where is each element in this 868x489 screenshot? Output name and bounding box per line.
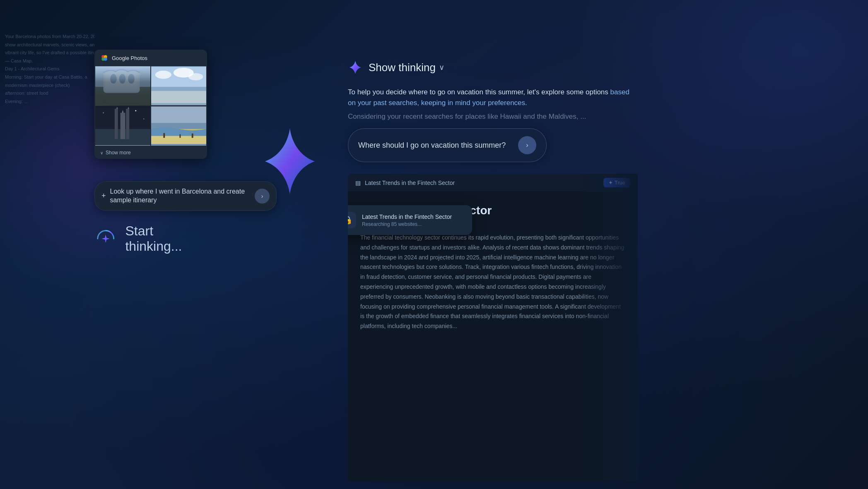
blurred-line-2: show architectural marvels, scenic views… (5, 41, 94, 49)
fintech-overlay-content: Latest Trends in the Fintech Sector Rese… (362, 213, 452, 227)
thinking-line-1: To help you decide where to go on vacati… (348, 87, 629, 108)
vacation-input-field[interactable]: Where should I go on vacation this summe… (348, 128, 547, 162)
photo-2[interactable] (151, 66, 206, 105)
start-thinking-section: Start thinking... (94, 223, 211, 254)
prompt-text-display: Look up where I went in Barcelona and cr… (110, 187, 251, 205)
svg-point-28 (143, 118, 144, 119)
svg-rect-32 (151, 136, 206, 144)
vacation-input-text: Where should I go on vacation this summe… (358, 141, 518, 150)
svg-rect-30 (151, 107, 206, 123)
blurred-line-3: vibrant city life, so I've drafted a pos… (5, 49, 94, 57)
lock-icon: 🔒 (348, 216, 352, 225)
thinking-content-section: To help you decide where to go on vacati… (348, 87, 629, 122)
gemini-logo-icon (94, 227, 117, 250)
fintech-overlay-icon: 🔒 (348, 212, 356, 228)
blurred-sidebar-text: Your Barcelona photos from March 20-22, … (0, 0, 99, 489)
svg-rect-20 (115, 109, 118, 139)
fintech-overlay-card: 🔒 Latest Trends in the Fintech Sector Re… (348, 205, 472, 235)
gemini-center-sparkle-icon (265, 128, 315, 194)
blurred-line-6: Morning: Start your day at Casa Battlo, … (5, 74, 94, 81)
fintech-main-content: ...the the Fintech Sector Executive Summ… (348, 192, 638, 481)
svg-rect-5 (95, 67, 150, 87)
chevron-down-icon: ∨ (100, 151, 103, 155)
fintech-body-text: The financial technology sector continue… (348, 233, 638, 331)
google-photos-header: Google Photos (94, 50, 207, 66)
svg-rect-4 (95, 67, 150, 105)
blurred-line-9: Evening: ... (5, 98, 94, 105)
svg-point-15 (155, 71, 171, 79)
svg-rect-7 (104, 71, 140, 93)
svg-point-27 (135, 110, 136, 111)
google-photos-logo-icon (100, 54, 108, 62)
start-thinking-label: Start thinking... (125, 223, 211, 254)
svg-rect-33 (163, 133, 165, 138)
document-icon: ▤ (355, 180, 361, 186)
gemini-star-icon (348, 60, 363, 75)
blurred-line-8: afternoon: street food (5, 90, 94, 97)
fintech-overlay-title: Latest Trends in the Fintech Sector (362, 213, 452, 220)
prompt-input-bar[interactable]: + Look up where I went in Barcelona and … (94, 181, 277, 211)
svg-rect-22 (126, 109, 129, 139)
photo-3[interactable] (95, 106, 150, 146)
show-more-button[interactable]: ∨ Show more (94, 146, 207, 159)
photo-1[interactable] (95, 66, 150, 105)
vacation-input-section: Where should I go on vacation this summe… (348, 128, 547, 162)
blurred-line-1: Your Barcelona photos from March 20-22, … (5, 33, 94, 41)
fintech-tab-title: Latest Trends in the Fintech Sector (365, 180, 455, 186)
svg-point-11 (128, 74, 135, 84)
fintech-card-section: ▤ Latest Trends in the Fintech Sector ✦ … (348, 174, 638, 481)
blurred-line-7: modernism masterpiece (check) (5, 82, 94, 89)
show-thinking-section: Show thinking ∨ (348, 60, 444, 75)
plus-icon: + (101, 192, 106, 200)
svg-point-10 (119, 74, 126, 84)
vacation-send-button[interactable]: › (518, 136, 536, 154)
show-thinking-label: Show thinking (369, 61, 436, 74)
svg-rect-21 (121, 113, 125, 139)
right-panel: Show thinking ∨ To help you decide where… (348, 0, 868, 489)
blurred-line-4: — Casa Map. (5, 58, 94, 65)
left-panel: Your Barcelona photos from March 20-22, … (0, 0, 211, 489)
svg-rect-34 (179, 134, 181, 138)
show-thinking-button[interactable]: Show thinking ∨ (369, 61, 444, 74)
photos-grid (94, 66, 207, 146)
svg-rect-8 (105, 73, 137, 91)
show-more-label: Show more (106, 150, 131, 156)
svg-point-9 (110, 74, 117, 84)
fintech-overlay-subtitle: Researching 85 websites... (362, 221, 452, 227)
blurred-line-5: Day 1 - Architectural Gems (5, 65, 94, 73)
google-photos-title: Google Photos (112, 55, 147, 61)
fintech-tab-bar: ▤ Latest Trends in the Fintech Sector ✦ … (348, 174, 638, 192)
fintech-tab-badge[interactable]: ✦ True (603, 178, 630, 187)
svg-rect-6 (95, 87, 150, 105)
google-photos-card: Google Photos (94, 50, 207, 159)
chevron-down-icon: ∨ (439, 63, 444, 72)
svg-rect-14 (151, 91, 206, 103)
center-sparkle-container (265, 128, 315, 194)
svg-point-3 (104, 58, 107, 61)
photo-4[interactable] (151, 106, 206, 146)
thinking-line-2: Considering your recent searches for pla… (348, 111, 629, 122)
fintech-tab-left: ▤ Latest Trends in the Fintech Sector (355, 180, 455, 186)
send-arrow-icon: › (261, 193, 263, 199)
svg-point-26 (103, 113, 104, 113)
send-icon: › (526, 141, 528, 149)
svg-point-17 (188, 73, 203, 81)
svg-rect-35 (192, 134, 193, 138)
thinking-text-before: To help you decide where to go on vacati… (348, 88, 608, 96)
